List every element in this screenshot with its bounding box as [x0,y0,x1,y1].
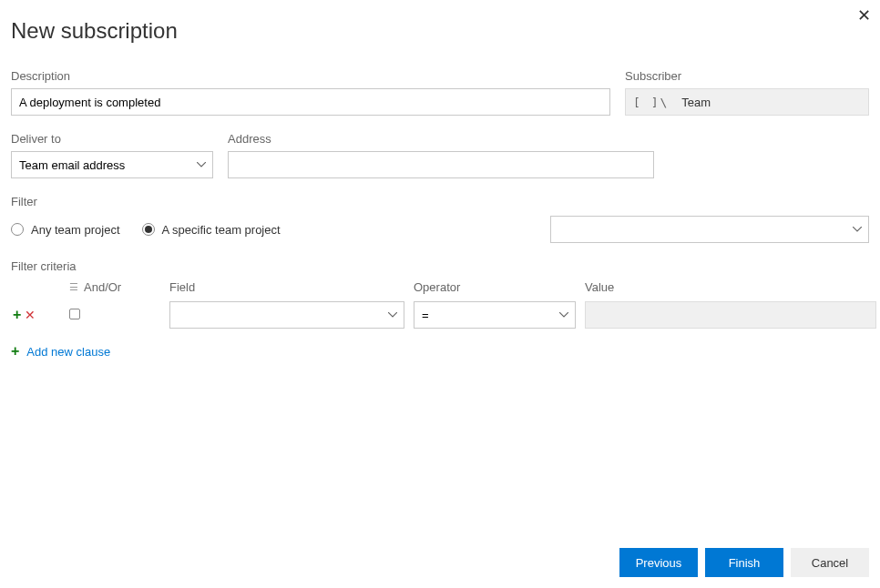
list-icon: ☰ [69,281,78,293]
project-select[interactable] [550,216,869,243]
operator-select[interactable]: = [414,301,576,329]
subscriber-icon: [ ]\ [633,96,669,109]
add-row-icon[interactable]: + [13,307,21,323]
description-input[interactable] [11,88,610,116]
field-select[interactable] [169,301,404,329]
radio-any-label: Any team project [31,223,120,237]
value-header: Value [585,280,880,299]
filter-label: Filter [11,195,869,208]
cancel-button[interactable]: Cancel [791,548,869,577]
radio-specific-team-project[interactable] [142,223,155,236]
previous-button[interactable]: Previous [619,548,698,577]
description-label: Description [11,69,610,83]
finish-button[interactable]: Finish [705,548,783,577]
subscriber-display: [ ]\ Team [625,88,869,116]
deliver-to-label: Deliver to [11,132,213,146]
subscriber-label: Subscriber [625,69,869,83]
field-header: Field [169,280,414,299]
page-title: New subscription [11,18,869,44]
add-clause-label: Add new clause [26,345,110,359]
row-checkbox[interactable] [69,309,80,319]
subscriber-name: Team [681,96,711,109]
close-icon[interactable]: ✕ [857,5,871,25]
operator-header: Operator [414,280,585,299]
deliver-to-select[interactable]: Team email address [11,151,213,178]
plus-icon: + [11,343,19,360]
address-label: Address [228,132,654,146]
value-input[interactable] [585,301,876,329]
filter-criteria-label: Filter criteria [11,259,869,273]
add-new-clause-button[interactable]: + Add new clause [11,343,869,360]
radio-any-team-project[interactable] [11,223,24,236]
andor-header: And/Or [84,280,121,294]
remove-row-icon[interactable]: ✕ [25,308,36,322]
radio-specific-label: A specific team project [162,223,281,237]
address-input[interactable] [228,151,654,178]
